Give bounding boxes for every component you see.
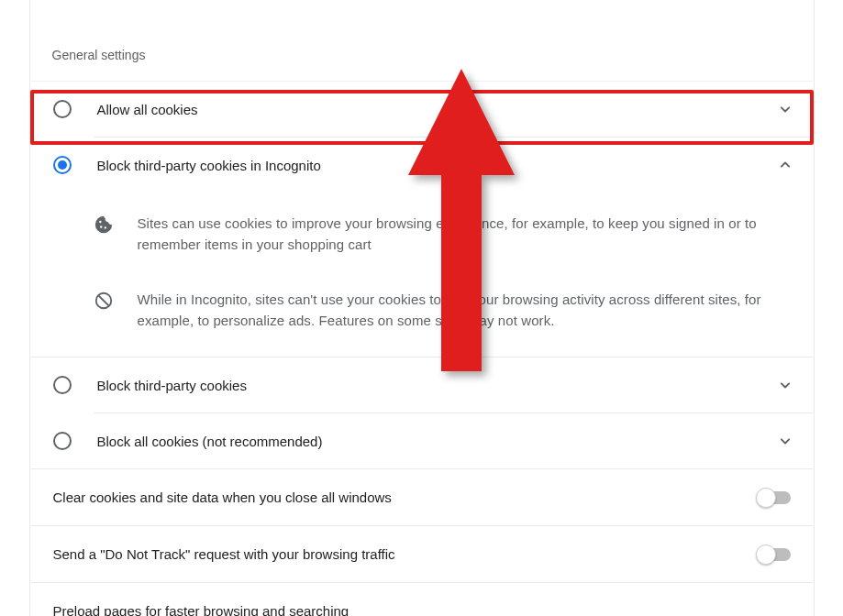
option-label: Block third-party cookies in Incognito [97,158,321,173]
radio-icon[interactable] [53,156,72,174]
option-block-all[interactable]: Block all cookies (not recommended) [31,413,813,468]
toggle-clear-on-close[interactable]: Clear cookies and site data when you clo… [31,468,813,525]
toggle-label: Clear cookies and site data when you clo… [53,490,392,505]
chevron-down-icon[interactable] [774,430,796,452]
svg-line-1 [98,295,108,305]
toggle-label: Preload pages for faster browsing and se… [53,603,349,616]
radio-icon[interactable] [53,376,72,394]
svg-marker-2 [408,69,515,371]
toggle-switch[interactable] [758,548,791,561]
chevron-up-icon[interactable] [774,154,796,176]
annotation-arrow [408,69,515,371]
cookie-icon [94,214,116,236]
radio-icon[interactable] [53,432,72,450]
toggle-preload[interactable]: Preload pages for faster browsing and se… [31,582,813,616]
radio-icon[interactable] [53,100,72,118]
chevron-down-icon[interactable] [774,98,796,120]
chevron-down-icon[interactable] [774,374,796,396]
toggle-switch[interactable] [758,491,791,504]
block-icon [94,291,116,313]
option-label: Block all cookies (not recommended) [97,434,323,449]
toggle-label: Send a "Do Not Track" request with your … [53,546,395,562]
option-label: Allow all cookies [97,102,198,117]
option-label: Block third-party cookies [97,378,247,393]
toggle-do-not-track[interactable]: Send a "Do Not Track" request with your … [31,525,813,582]
